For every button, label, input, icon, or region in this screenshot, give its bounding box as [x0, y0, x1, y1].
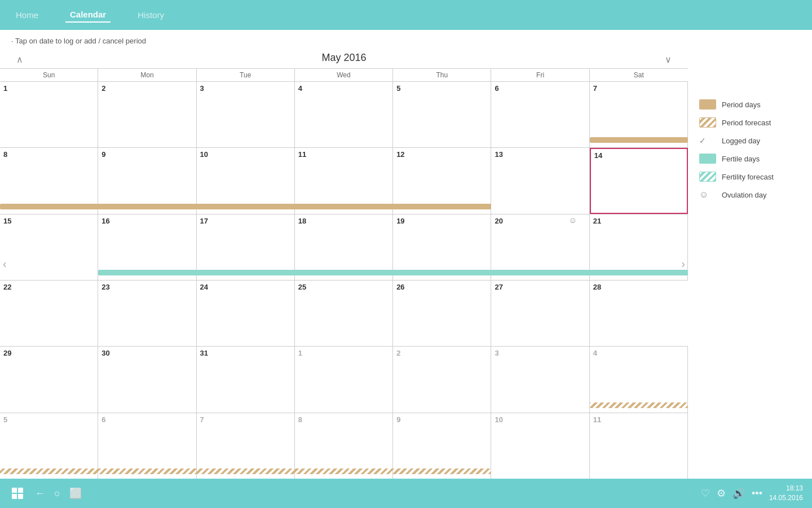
cell-number: 3	[495, 349, 498, 357]
ovulation-icon: ☺	[568, 216, 576, 225]
calendar-cell[interactable]: 25	[295, 281, 393, 346]
forecast-bar	[590, 402, 688, 408]
legend-period-forecast: Period forecast	[699, 117, 801, 128]
cell-number: 28	[593, 283, 601, 291]
day-sun: Sun	[0, 69, 98, 81]
month-down-button[interactable]: ∨	[660, 51, 677, 68]
cell-number: 18	[298, 217, 306, 225]
day-tue: Tue	[197, 69, 295, 81]
calendar-cell[interactable]: 5	[393, 82, 491, 147]
forecast-bar	[0, 468, 491, 474]
heart-icon[interactable]: ♡	[701, 487, 710, 500]
calendar-cell[interactable]: 15	[0, 214, 98, 280]
nav-history[interactable]: History	[133, 8, 169, 22]
calendar-cell[interactable]: 3	[491, 347, 589, 412]
calendar-cell[interactable]: 3	[197, 82, 295, 147]
cell-number: 1	[298, 349, 302, 357]
cell-number: 9	[102, 150, 105, 159]
cell-number: 30	[102, 349, 109, 357]
calendar-cell[interactable]: 4	[295, 82, 393, 147]
logged-day-label: Logged day	[722, 137, 760, 145]
taskbar-right: ♡ ⚙ 🔊 ••• 18:13 14.05.2016	[701, 484, 803, 503]
cell-number: 23	[102, 283, 109, 291]
cell-number: 6	[495, 84, 498, 93]
day-headers: Sun Mon Tue Wed Thu Fri Sat	[0, 68, 688, 82]
cell-number: 24	[200, 283, 208, 291]
cell-number: 29	[3, 349, 11, 357]
nav-calendar[interactable]: Calendar	[65, 7, 111, 23]
cell-number: 22	[3, 283, 11, 291]
cell-number: 5	[396, 84, 400, 93]
cell-number: 16	[102, 217, 109, 225]
cell-number: 11	[593, 415, 601, 424]
calendar-cell[interactable]: 14	[590, 148, 688, 213]
day-fri: Fri	[491, 69, 589, 81]
calendar-cell[interactable]: 2	[98, 82, 196, 147]
cell-number: 17	[200, 217, 208, 225]
calendar-row: 567891011	[0, 413, 688, 479]
calendar-cell[interactable]: 28	[590, 281, 688, 346]
calendar-row: 891011121314	[0, 148, 688, 214]
cell-number: 2	[102, 84, 105, 93]
search-button[interactable]: ○	[54, 488, 60, 500]
calendar-cell[interactable]: 1	[295, 347, 393, 412]
cell-number: 9	[396, 415, 400, 424]
calendar-cell[interactable]: 22	[0, 281, 98, 346]
calendar-row: 22232425262728	[0, 281, 688, 347]
prev-month-arrow[interactable]: ‹	[0, 252, 10, 276]
calendar-cell[interactable]: 31	[197, 347, 295, 412]
windows-button[interactable]	[9, 485, 26, 502]
calendar-cell[interactable]: 10	[491, 413, 589, 479]
calendar-row: 151617181920☺21	[0, 214, 688, 281]
legend-period-days: Period days	[699, 99, 801, 110]
cell-number: 10	[495, 415, 502, 424]
logged-day-swatch	[699, 135, 716, 146]
cell-number: 7	[593, 84, 597, 93]
fertility-forecast-label: Fertility forecast	[722, 173, 774, 181]
calendar: ∧ May 2016 ∨ Sun Mon Tue Wed Thu Fri Sat…	[0, 49, 688, 479]
cell-number: 12	[396, 150, 404, 159]
cell-number: 4	[593, 349, 597, 357]
instruction-text: · Tap on date to log or add / cancel per…	[0, 30, 812, 49]
task-view-button[interactable]: ⬜	[69, 487, 82, 500]
calendar-grid: 1234567891011121314151617181920☺21222324…	[0, 82, 688, 479]
month-title: May 2016	[321, 52, 366, 64]
cell-number: 1	[3, 84, 7, 93]
legend-fertile-days: Fertile days	[699, 154, 801, 164]
calendar-cell[interactable]: 24	[197, 281, 295, 346]
calendar-cell[interactable]: 23	[98, 281, 196, 346]
calendar-cell[interactable]: 6	[491, 82, 589, 147]
cell-number: 14	[594, 151, 602, 160]
cell-number: 19	[396, 217, 404, 225]
month-up-button[interactable]: ∧	[11, 51, 28, 68]
cell-number: 13	[495, 150, 502, 159]
cell-number: 25	[298, 283, 306, 291]
calendar-cell[interactable]: 13	[491, 148, 589, 213]
cell-number: 7	[200, 415, 204, 424]
taskbar-left: ← ○ ⬜	[9, 485, 82, 502]
period-bar	[0, 204, 491, 209]
nav-home[interactable]: Home	[11, 8, 43, 22]
more-icon[interactable]: •••	[752, 488, 762, 500]
top-navigation: Home Calendar History	[0, 0, 812, 30]
cell-number: 11	[298, 150, 306, 159]
calendar-cell[interactable]: 1	[0, 82, 98, 147]
date-display: 14.05.2016	[769, 493, 803, 503]
calendar-cell[interactable]: 26	[393, 281, 491, 346]
legend: Period days Period forecast Logged day F…	[688, 94, 812, 479]
calendar-row: 1234567	[0, 82, 688, 148]
calendar-cell[interactable]: 30	[98, 347, 196, 412]
cell-number: 21	[593, 217, 601, 225]
volume-icon[interactable]: 🔊	[732, 487, 745, 500]
settings-icon[interactable]: ⚙	[717, 487, 726, 500]
calendar-cell[interactable]: 29	[0, 347, 98, 412]
calendar-cell[interactable]: 11	[590, 413, 688, 479]
day-mon: Mon	[98, 69, 196, 81]
clock: 18:13 14.05.2016	[769, 484, 803, 503]
calendar-cell[interactable]: 2	[393, 347, 491, 412]
next-month-arrow[interactable]: ›	[678, 252, 688, 276]
legend-ovulation-day: ☺ Ovulation day	[699, 190, 801, 200]
calendar-cell[interactable]: 27	[491, 281, 589, 346]
back-button[interactable]: ←	[35, 488, 45, 500]
period-days-label: Period days	[722, 100, 761, 109]
